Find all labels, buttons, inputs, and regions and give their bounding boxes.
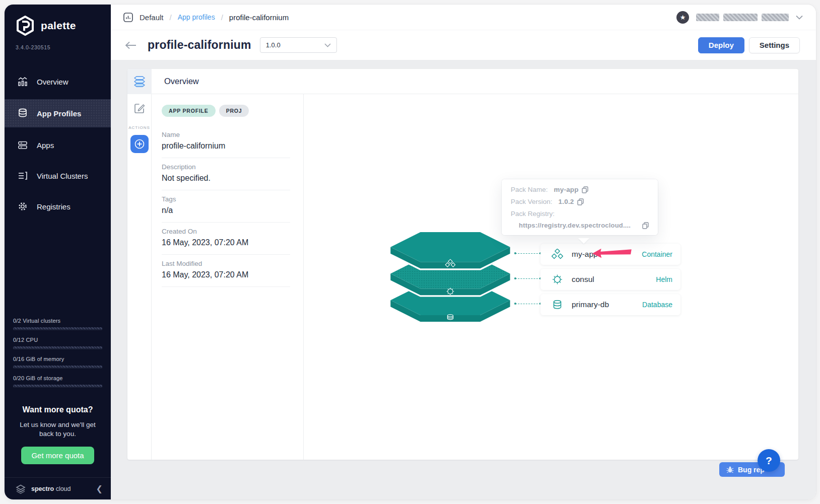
spectro-cloud-wordmark: spectro cloud <box>31 485 71 492</box>
connector-line <box>515 304 540 304</box>
layer-type: Container <box>642 250 672 258</box>
breadcrumb-current: profile-californium <box>229 13 289 22</box>
layer-row-consul[interactable]: consul Helm <box>540 269 680 290</box>
quota-section: 0/2 Virtual clusters 0/12 CPU 0/16 GiB o… <box>5 318 111 394</box>
pack-version-label: Pack Version: <box>511 198 553 205</box>
quota-bar <box>13 327 102 330</box>
project-icon <box>123 12 133 23</box>
bug-icon <box>726 466 734 473</box>
connector-line <box>515 278 540 279</box>
quota-cpu: 0/12 CPU <box>13 337 102 349</box>
apps-icon <box>17 139 28 151</box>
promo-title: Want more quota? <box>14 405 102 414</box>
chart-icon <box>17 76 28 87</box>
page-title: profile-californium <box>148 38 251 52</box>
sidebar-item-apps[interactable]: Apps <box>5 132 111 158</box>
copy-icon[interactable] <box>642 222 649 229</box>
breadcrumb: Default / App profiles / profile-califor… <box>123 12 289 23</box>
pack-version-value: 1.0.2 <box>559 198 574 205</box>
deploy-button[interactable]: Deploy <box>698 37 744 53</box>
actions-label: ACTIONS <box>128 125 150 130</box>
spectro-cloud-logo-icon <box>15 483 27 494</box>
copy-icon[interactable] <box>577 198 584 205</box>
page-header: profile-californium 1.0.0 Deploy Setting… <box>111 30 816 60</box>
quota-bar <box>13 346 102 349</box>
container-icon <box>552 249 563 260</box>
help-button[interactable]: ? <box>758 449 780 472</box>
field-description: Description Not specified. <box>162 158 290 190</box>
copy-icon[interactable] <box>582 186 588 193</box>
card-title: Overview <box>164 77 199 86</box>
palette-logo: palette <box>5 5 111 36</box>
breadcrumb-separator: / <box>170 13 172 22</box>
version-select-value: 1.0.0 <box>266 41 281 49</box>
brand-name: palette <box>41 20 76 32</box>
get-more-quota-button[interactable]: Get more quota <box>21 447 94 464</box>
helm-icon <box>552 274 563 285</box>
quota-virtual-clusters: 0/2 Virtual clusters <box>13 318 102 330</box>
quota-promo: Want more quota? Let us know and we'll g… <box>5 394 111 477</box>
field-created-on: Created On 16 May, 2023, 07:20 AM <box>162 223 290 255</box>
quota-memory: 0/16 GiB of memory <box>13 356 102 369</box>
version-select[interactable]: 1.0.0 <box>260 37 337 53</box>
quota-bar <box>13 385 102 388</box>
annotation-arrow-icon <box>592 247 633 260</box>
pack-registry-label: Pack Registry: <box>511 210 649 218</box>
edit-icon[interactable] <box>133 102 146 114</box>
sidebar-item-overview[interactable]: Overview <box>5 68 111 95</box>
back-arrow-icon[interactable] <box>125 41 136 49</box>
add-tier-button[interactable] <box>130 135 149 153</box>
scope-badge: PROJ <box>219 105 249 117</box>
layers-icon <box>133 76 146 88</box>
quota-storage: 0/20 GiB of storage <box>13 375 102 388</box>
sidebar-item-label: Virtual Clusters <box>37 172 88 180</box>
settings-button[interactable]: Settings <box>749 37 800 53</box>
breadcrumb-project[interactable]: Default <box>140 13 164 22</box>
field-tags: Tags n/a <box>162 190 290 223</box>
sidebar-item-label: Registries <box>37 202 71 211</box>
palette-logo-icon <box>15 15 36 36</box>
chevron-down-icon <box>324 43 331 47</box>
profile-card: Overview ACTIONS <box>127 69 798 460</box>
breadcrumb-app-profiles-link[interactable]: App profiles <box>178 13 215 21</box>
connector-line <box>515 253 540 254</box>
pack-name-value: my-app <box>554 186 579 193</box>
virtual-clusters-icon <box>17 170 28 181</box>
sidebar-item-label: Apps <box>37 141 54 150</box>
card-header: Overview <box>127 69 798 94</box>
topbar: Default / App profiles / profile-califor… <box>111 5 816 30</box>
app-window: palette 3.4.0-230515 Overview App P <box>4 4 816 500</box>
pack-tooltip: Pack Name: my-app Pack Version: 1.0.2 <box>502 179 658 235</box>
tab-overview[interactable] <box>127 69 152 94</box>
pack-name-label: Pack Name: <box>511 186 548 193</box>
chevron-down-icon[interactable] <box>796 15 803 20</box>
layer-type: Database <box>642 301 672 309</box>
sidebar-item-virtual-clusters[interactable]: Virtual Clusters <box>5 163 111 189</box>
field-name: Name profile-californium <box>162 126 290 158</box>
profile-stack-illustration <box>386 232 515 322</box>
quota-bar <box>13 366 102 369</box>
sidebar-item-label: Overview <box>37 78 69 86</box>
actions-strip: ACTIONS <box>127 94 152 460</box>
main-area: Default / App profiles / profile-califor… <box>111 5 816 499</box>
star-badge-icon[interactable]: ★ <box>676 11 689 24</box>
profile-diagram: Pack Name: my-app Pack Version: 1.0.2 <box>304 94 798 460</box>
stack-layer-container[interactable] <box>390 232 510 268</box>
sidebar-item-app-profiles[interactable]: App Profiles <box>5 99 111 127</box>
breadcrumb-separator: / <box>221 13 223 22</box>
layer-row-primary-db[interactable]: primary-db Database <box>540 294 680 315</box>
app-version: 3.4.0-230515 <box>5 36 111 50</box>
app-profile-badge: APP PROFILE <box>162 105 216 117</box>
sidebar: palette 3.4.0-230515 Overview App P <box>5 5 111 499</box>
sidebar-nav: Overview App Profiles Apps <box>5 68 111 224</box>
promo-body: Let us know and we'll get back to you. <box>14 420 102 439</box>
sidebar-footer: spectro cloud ❮ <box>5 477 111 499</box>
pack-registry-value: https://registry.dev.spectrocloud.... <box>519 222 631 229</box>
database-icon <box>552 299 563 310</box>
sidebar-item-label: App Profiles <box>37 109 81 118</box>
sidebar-collapse-chevron[interactable]: ❮ <box>96 484 103 493</box>
profile-info-panel: APP PROFILE PROJ Name profile-californiu… <box>152 94 304 460</box>
sidebar-item-registries[interactable]: Registries <box>5 193 111 220</box>
account-area: ★ <box>676 11 803 24</box>
user-name-redacted <box>696 14 789 21</box>
